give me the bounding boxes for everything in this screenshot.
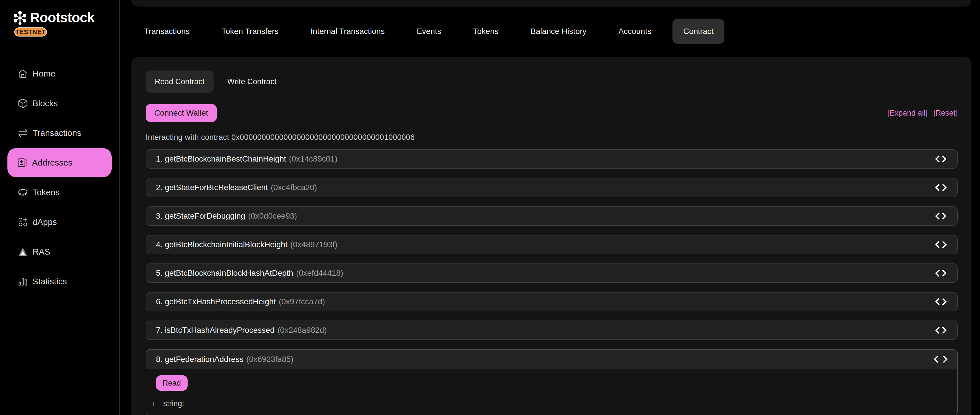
coin-icon <box>17 187 29 198</box>
code-icon[interactable] <box>934 268 947 278</box>
function-name: 5. getBtcBlockchainBlockHashAtDepth <box>156 269 293 278</box>
function-selector: (0xc4fbca20) <box>271 183 317 192</box>
function-selector: (0x6923fa85) <box>247 355 294 364</box>
sidebar-item-blocks[interactable]: Blocks <box>0 89 119 118</box>
sidebar: Rootstock TESTNET Home Blocks Transacti <box>0 0 120 415</box>
code-icon[interactable] <box>934 325 947 335</box>
function-name: 6. getBtcTxHashProcessedHeight <box>156 297 276 306</box>
sidebar-item-label: Addresses <box>32 158 73 167</box>
output-type-label: string: <box>163 399 185 408</box>
function-output-row: ∟ string: <box>152 399 947 408</box>
sidebar-item-label: RAS <box>33 247 50 257</box>
function-row-7[interactable]: 7. isBtcTxHashAlreadyProcessed (0x248a98… <box>146 321 958 340</box>
tab-accounts[interactable]: Accounts <box>603 18 667 45</box>
app-root: Rootstock TESTNET Home Blocks Transacti <box>0 0 980 415</box>
sidebar-item-label: dApps <box>33 217 57 227</box>
function-name: 3. getStateForDebugging <box>156 211 245 221</box>
sidebar-item-label: Blocks <box>33 99 58 108</box>
network-badge: TESTNET <box>14 27 47 37</box>
brand-name: Rootstock <box>30 10 94 25</box>
swap-arrows-icon <box>17 127 29 139</box>
sidebar-nav: Home Blocks Transactions <box>0 59 119 297</box>
address-tabbar: Transactions Token Transfers Internal Tr… <box>128 18 730 45</box>
list-actions: [Expand all] [Reset] <box>887 109 958 118</box>
code-icon[interactable] <box>934 355 947 364</box>
wallet-actions-row: Connect Wallet [Expand all] [Reset] <box>146 104 958 122</box>
code-icon[interactable] <box>934 297 947 307</box>
function-call-body: Read ∟ string: <box>146 369 957 415</box>
interacting-prefix: Interacting with contract <box>146 133 229 142</box>
sidebar-item-label: Transactions <box>33 128 81 138</box>
tab-write-contract[interactable]: Write Contract <box>216 70 288 93</box>
function-row-8-expanded: 8. getFederationAddress (0x6923fa85) Rea… <box>146 349 958 415</box>
function-selector: (0x97fcca7d) <box>279 297 325 306</box>
sidebar-item-transactions[interactable]: Transactions <box>0 118 119 148</box>
tab-events[interactable]: Events <box>401 18 457 45</box>
tab-internal-transactions[interactable]: Internal Transactions <box>294 18 401 45</box>
sidebar-item-statistics[interactable]: Statistics <box>0 267 119 296</box>
function-row-6[interactable]: 6. getBtcTxHashProcessedHeight (0x97fcca… <box>146 292 958 312</box>
function-row-3[interactable]: 3. getStateForDebugging (0x0d0cee93) <box>146 206 958 226</box>
function-list: 1. getBtcBlockchainBestChainHeight (0x14… <box>146 149 958 415</box>
read-button[interactable]: Read <box>156 375 188 391</box>
sidebar-item-tokens[interactable]: Tokens <box>0 178 119 207</box>
sidebar-item-home[interactable]: Home <box>0 59 119 88</box>
code-icon[interactable] <box>934 211 947 221</box>
tab-contract[interactable]: Contract <box>673 19 724 44</box>
interacting-with-contract-text: Interacting with contract 0x000000000000… <box>146 133 958 142</box>
function-row-2[interactable]: 2. getStateForBtcReleaseClient (0xc4fbca… <box>146 178 958 197</box>
function-selector: (0xefd44418) <box>296 269 343 278</box>
function-row-5[interactable]: 5. getBtcBlockchainBlockHashAtDepth (0xe… <box>146 264 958 283</box>
tab-transactions[interactable]: Transactions <box>128 18 205 45</box>
contract-address: 0x00000000000000000000000000000000010000… <box>231 133 415 142</box>
code-icon[interactable] <box>934 183 947 192</box>
sidebar-item-addresses[interactable]: Addresses <box>8 148 111 177</box>
grid-plus-icon <box>17 216 29 228</box>
brand-logo[interactable]: Rootstock <box>13 10 94 25</box>
code-icon[interactable] <box>934 154 947 164</box>
sidebar-item-label: Home <box>33 69 56 78</box>
expand-all-link[interactable]: [Expand all] <box>887 109 928 118</box>
function-selector: (0x0d0cee93) <box>248 211 297 221</box>
bar-chart-icon <box>17 276 29 287</box>
reset-link[interactable]: [Reset] <box>933 109 958 118</box>
contract-panel: Read Contract Write Contract Connect Wal… <box>131 57 971 415</box>
contract-view-tabs: Read Contract Write Contract <box>146 70 958 93</box>
function-row-4[interactable]: 4. getBtcBlockchainInitialBlockHeight (0… <box>146 235 958 254</box>
function-selector: (0x248a982d) <box>278 326 327 335</box>
function-row-1[interactable]: 1. getBtcBlockchainBestChainHeight (0x14… <box>146 149 958 169</box>
code-icon[interactable] <box>934 240 947 250</box>
function-name: 1. getBtcBlockchainBestChainHeight <box>156 154 286 164</box>
function-row-8[interactable]: 8. getFederationAddress (0x6923fa85) <box>146 350 957 369</box>
contact-card-icon <box>17 157 28 169</box>
function-name: 7. isBtcTxHashAlreadyProcessed <box>156 326 275 335</box>
tab-balance-history[interactable]: Balance History <box>515 18 603 45</box>
function-name: 2. getStateForBtcReleaseClient <box>156 183 268 192</box>
rootstock-logo-icon <box>13 11 27 25</box>
function-selector: (0x14c89c01) <box>289 154 337 164</box>
function-name: 4. getBtcBlockchainInitialBlockHeight <box>156 240 288 249</box>
sidebar-item-label: Tokens <box>33 188 60 197</box>
cube-icon <box>17 98 29 109</box>
sidebar-item-ras[interactable]: RAS <box>0 237 119 266</box>
function-selector: (0x4897193f) <box>290 240 337 249</box>
previous-card-bottom-edge <box>131 0 971 6</box>
tab-tokens[interactable]: Tokens <box>457 18 515 45</box>
sidebar-item-dapps[interactable]: dApps <box>0 208 119 237</box>
triangle-icon <box>17 246 29 258</box>
home-icon <box>17 68 29 80</box>
sidebar-item-label: Statistics <box>33 277 67 286</box>
tab-read-contract[interactable]: Read Contract <box>146 70 213 93</box>
return-hook-icon: ∟ <box>152 400 159 408</box>
connect-wallet-button[interactable]: Connect Wallet <box>146 104 217 122</box>
tab-token-transfers[interactable]: Token Transfers <box>205 18 294 45</box>
function-name: 8. getFederationAddress <box>156 355 243 364</box>
